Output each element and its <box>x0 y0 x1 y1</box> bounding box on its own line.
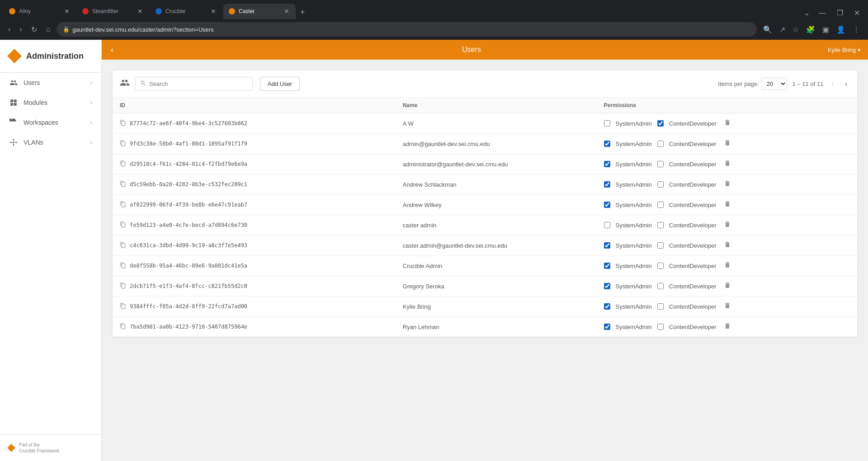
copy-id-button-8[interactable] <box>120 282 126 290</box>
copy-id-button-6[interactable] <box>120 242 126 249</box>
system-admin-checkbox-3[interactable] <box>604 181 610 188</box>
forward-button[interactable]: › <box>17 23 24 36</box>
vlans-nav-label: VLANs <box>24 139 85 146</box>
maximize-button[interactable]: ❐ <box>832 7 848 19</box>
system-admin-checkbox-10[interactable] <box>604 324 610 330</box>
system-admin-label-9: SystemAdmin <box>616 303 652 310</box>
copy-id-button-3[interactable] <box>120 181 126 188</box>
copy-id-button-0[interactable] <box>120 120 126 127</box>
delete-user-button-0[interactable] <box>722 118 733 129</box>
per-page-select[interactable]: 20 50 100 <box>762 78 787 90</box>
modules-nav-icon <box>9 98 18 107</box>
tab-crucible[interactable]: Crucible ✕ <box>150 4 222 19</box>
delete-user-button-6[interactable] <box>722 240 733 251</box>
page-range: 1 – 11 of 11 <box>793 80 824 87</box>
copy-id-button-9[interactable] <box>120 303 126 310</box>
sidebar-item-users[interactable]: Users › <box>0 73 101 93</box>
copy-id-button-2[interactable] <box>120 160 126 168</box>
delete-user-button-4[interactable] <box>722 199 733 210</box>
system-admin-checkbox-2[interactable] <box>604 161 610 167</box>
copy-id-button-1[interactable] <box>120 140 126 148</box>
menu-button[interactable]: ⋮ <box>850 23 863 37</box>
tab-list-button[interactable]: ⌄ <box>801 7 812 19</box>
sidebar-item-modules[interactable]: Modules › <box>0 93 101 113</box>
content-developer-checkbox-0[interactable] <box>657 120 664 127</box>
refresh-button[interactable]: ↻ <box>28 23 40 37</box>
delete-user-button-2[interactable] <box>722 159 733 169</box>
delete-user-button-8[interactable] <box>722 281 733 292</box>
back-button[interactable]: ‹ <box>5 23 13 36</box>
id-value-0: 87774c72-ae6f-40f4-9be4-3c527603b862 <box>130 120 247 127</box>
content-developer-checkbox-10[interactable] <box>657 324 664 330</box>
content-developer-checkbox-4[interactable] <box>657 202 664 208</box>
extensions-button[interactable]: 🧩 <box>803 23 818 37</box>
user-menu[interactable]: Kylie Bring ▾ <box>828 47 861 53</box>
crucible-tab-close[interactable]: ✕ <box>210 7 217 15</box>
system-admin-checkbox-0[interactable] <box>604 120 610 127</box>
copy-id-button-10[interactable] <box>120 323 126 331</box>
content-developer-checkbox-3[interactable] <box>657 181 664 188</box>
delete-user-button-7[interactable] <box>722 260 733 271</box>
system-admin-checkbox-9[interactable] <box>604 303 610 310</box>
close-button[interactable]: ✕ <box>849 7 864 19</box>
system-admin-checkbox-4[interactable] <box>604 202 610 208</box>
sidebar: Administration Users › Modules <box>0 40 102 461</box>
content-developer-checkbox-7[interactable] <box>657 263 664 269</box>
sidebar-toggle-button[interactable]: ▣ <box>820 23 832 37</box>
system-admin-checkbox-8[interactable] <box>604 283 610 289</box>
profile-button[interactable]: 👤 <box>834 23 848 37</box>
new-tab-button[interactable]: + <box>297 6 309 19</box>
prev-page-button[interactable]: ‹ <box>829 78 836 90</box>
system-admin-label-8: SystemAdmin <box>616 283 652 290</box>
tab-alloy[interactable]: Alloy ✕ <box>4 4 76 19</box>
delete-user-button-10[interactable] <box>722 321 733 332</box>
sidebar-toggle-button[interactable]: ‹ <box>109 43 115 56</box>
delete-user-button-9[interactable] <box>722 301 733 312</box>
tab-caster[interactable]: Caster ✕ <box>223 4 296 19</box>
copy-id-button-5[interactable] <box>120 221 126 229</box>
url-bar[interactable]: 🔒 gauntlet-dev.sei.cmu.edu/caster/admin?… <box>57 22 757 37</box>
content-developer-checkbox-6[interactable] <box>657 242 664 249</box>
id-cell-7: de8f558b-95a4-46bc-89e6-9a801dc41e5a <box>113 256 396 276</box>
system-admin-checkbox-5[interactable] <box>604 222 610 228</box>
page-title: Users <box>462 46 481 54</box>
content-developer-checkbox-1[interactable] <box>657 141 664 147</box>
table-row: de8f558b-95a4-46bc-89e6-9a801dc41e5a Cru… <box>113 256 857 276</box>
app-title: Administration <box>26 52 84 61</box>
modules-nav-arrow: › <box>90 99 92 106</box>
content-developer-label-7: ContentDeveloper <box>669 263 717 269</box>
content-developer-checkbox-2[interactable] <box>657 161 664 167</box>
content-developer-checkbox-8[interactable] <box>657 283 664 289</box>
id-cell-8: 2dcb71f5-e1f3-4af4-8fcc-c821fb55d2c0 <box>113 276 396 296</box>
content-developer-checkbox-9[interactable] <box>657 303 664 310</box>
zoom-button[interactable]: 🔍 <box>760 23 775 37</box>
permissions-cell-7: SystemAdmin ContentDeveloper <box>597 256 857 276</box>
id-value-1: 9fd3c38e-58b0-4af1-80d1-1895af91f1f9 <box>130 141 247 147</box>
bookmark-button[interactable]: ☆ <box>790 23 802 37</box>
search-input[interactable] <box>149 80 240 87</box>
permissions-cell-8: SystemAdmin ContentDeveloper <box>597 276 857 296</box>
copy-id-button-7[interactable] <box>120 262 126 270</box>
copy-id-button-4[interactable] <box>120 201 126 209</box>
system-admin-label-5: SystemAdmin <box>616 222 652 229</box>
search-box[interactable] <box>135 77 253 91</box>
system-admin-checkbox-6[interactable] <box>604 242 610 249</box>
share-button[interactable]: ↗ <box>777 23 788 37</box>
home-button[interactable]: ⌂ <box>43 23 53 36</box>
delete-user-button-3[interactable] <box>722 179 733 190</box>
system-admin-checkbox-7[interactable] <box>604 263 610 269</box>
delete-user-button-5[interactable] <box>722 220 733 230</box>
steamfitter-tab-close[interactable]: ✕ <box>137 7 144 15</box>
sidebar-item-workspaces[interactable]: Workspaces › <box>0 113 101 132</box>
content-developer-checkbox-5[interactable] <box>657 222 664 228</box>
system-admin-checkbox-1[interactable] <box>604 141 610 147</box>
next-page-button[interactable]: › <box>842 78 850 90</box>
add-user-button[interactable]: Add User <box>260 77 300 91</box>
tab-steamfitter[interactable]: Steamfitter ✕ <box>77 4 149 19</box>
caster-tab-close[interactable]: ✕ <box>283 7 290 15</box>
alloy-tab-close[interactable]: ✕ <box>63 7 71 15</box>
minimize-button[interactable]: — <box>814 7 830 19</box>
delete-user-button-1[interactable] <box>722 138 733 149</box>
sidebar-item-vlans[interactable]: VLANs › <box>0 132 101 152</box>
steamfitter-tab-title: Steamfitter <box>92 8 133 14</box>
